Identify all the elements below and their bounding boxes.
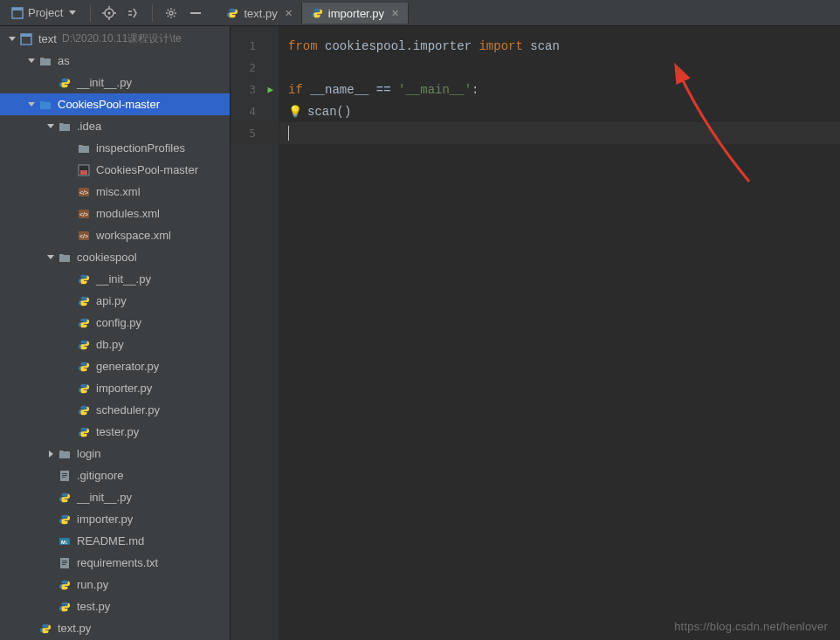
tree-item[interactable]: __init__.py bbox=[0, 72, 230, 93]
chevron-icon[interactable] bbox=[26, 58, 37, 63]
py-icon bbox=[77, 294, 91, 308]
tree-item-label: .gitignore bbox=[77, 469, 123, 482]
code-line[interactable] bbox=[279, 57, 840, 79]
tree-item-label: text bbox=[38, 32, 57, 45]
tree-item-label: generator.py bbox=[96, 360, 159, 373]
svg-rect-28 bbox=[62, 562, 67, 563]
code-line[interactable]: 💡scan() bbox=[279, 100, 840, 122]
tree-item-label: .idea bbox=[77, 120, 101, 133]
tree-item[interactable]: importer.py bbox=[0, 508, 230, 530]
folder-icon bbox=[58, 447, 72, 461]
svg-rect-29 bbox=[62, 564, 65, 565]
project-icon bbox=[19, 32, 33, 46]
chevron-icon[interactable] bbox=[7, 37, 17, 41]
tab-text-py[interactable]: text.py ✕ bbox=[217, 3, 301, 24]
svg-rect-21 bbox=[62, 473, 67, 474]
tree-item[interactable]: .idea bbox=[0, 115, 230, 137]
md-icon: M↓ bbox=[58, 534, 72, 548]
tree-item-label: login bbox=[77, 447, 100, 460]
tree-item-label: test.py bbox=[77, 600, 110, 613]
lightbulb-icon[interactable]: 💡 bbox=[288, 105, 302, 119]
tree-item-path: D:\2020.10.11课程设计\te bbox=[62, 31, 182, 46]
py-icon bbox=[77, 425, 91, 439]
tree-item[interactable]: </>misc.xml bbox=[0, 181, 230, 203]
tab-label: importer.py bbox=[328, 7, 384, 20]
svg-point-8 bbox=[169, 11, 173, 15]
tree-item[interactable]: login bbox=[0, 443, 230, 465]
tree-item[interactable]: </>modules.xml bbox=[0, 203, 230, 224]
code-area[interactable]: from cookiespool.importer import scanif … bbox=[279, 26, 840, 640]
close-icon[interactable]: ✕ bbox=[285, 8, 293, 19]
tree-item-label: cookiespool bbox=[77, 251, 137, 264]
project-tool-button[interactable]: Project bbox=[3, 3, 83, 23]
gutter-line: 1 bbox=[231, 35, 279, 57]
close-icon[interactable]: ✕ bbox=[391, 8, 399, 19]
project-tree[interactable]: textD:\2020.10.11课程设计\teas__init__.pyCoo… bbox=[0, 26, 231, 640]
xml-icon: </> bbox=[77, 185, 91, 199]
hide-icon[interactable] bbox=[184, 2, 207, 24]
tree-item[interactable]: CookiesPool-master bbox=[0, 93, 230, 115]
python-file-icon bbox=[226, 7, 238, 19]
code-token: scan bbox=[530, 39, 560, 53]
tree-item[interactable]: tester.py bbox=[0, 421, 230, 443]
toolbar: Project text.py ✕ importer.py ✕ bbox=[0, 0, 840, 26]
tree-item[interactable]: __init__.py bbox=[0, 486, 230, 508]
code-line[interactable]: if __name__ == '__main__': bbox=[279, 79, 840, 100]
tree-item[interactable]: textD:\2020.10.11课程设计\te bbox=[0, 28, 230, 50]
gutter-line: 5 bbox=[231, 122, 279, 144]
tree-item[interactable]: </>workspace.xml bbox=[0, 224, 230, 246]
tree-item-label: run.py bbox=[77, 578, 108, 591]
run-icon[interactable]: ▶ bbox=[267, 84, 273, 95]
tree-item[interactable]: inspectionProfiles bbox=[0, 137, 230, 159]
svg-rect-27 bbox=[62, 561, 67, 561]
svg-text:</>: </> bbox=[79, 211, 88, 217]
expand-all-icon[interactable] bbox=[122, 2, 145, 24]
code-token: __name__ == bbox=[310, 83, 398, 97]
tree-item[interactable]: importer.py bbox=[0, 377, 230, 399]
svg-text:M↓: M↓ bbox=[61, 539, 68, 544]
tree-item[interactable]: config.py bbox=[0, 312, 230, 334]
tree-item[interactable]: run.py bbox=[0, 574, 230, 595]
code-line[interactable]: from cookiespool.importer import scan bbox=[279, 35, 840, 57]
code-token: scan() bbox=[307, 105, 351, 119]
tree-item-label: api.py bbox=[96, 294, 127, 307]
chevron-icon[interactable] bbox=[45, 255, 56, 259]
tree-item[interactable]: db.py bbox=[0, 334, 230, 355]
gear-icon[interactable] bbox=[160, 2, 182, 24]
folder-icon bbox=[58, 120, 72, 134]
py-icon bbox=[58, 578, 72, 592]
tree-item[interactable]: test.py bbox=[0, 595, 230, 617]
py-icon bbox=[77, 403, 91, 417]
tree-item[interactable]: text.py bbox=[0, 617, 230, 639]
tree-item[interactable]: scheduler.py bbox=[0, 399, 230, 421]
main: textD:\2020.10.11课程设计\teas__init__.pyCoo… bbox=[0, 26, 840, 640]
svg-rect-11 bbox=[21, 34, 31, 37]
code-editor[interactable]: 123▶45 from cookiespool.importer import … bbox=[231, 26, 840, 640]
code-token: if bbox=[288, 83, 310, 97]
tree-item[interactable]: generator.py bbox=[0, 355, 230, 377]
tree-item[interactable]: M↓README.md bbox=[0, 530, 230, 552]
tree-item-label: misc.xml bbox=[96, 185, 141, 198]
tree-item-label: tester.py bbox=[96, 425, 139, 438]
tree-item[interactable]: requirements.txt bbox=[0, 552, 230, 574]
code-line[interactable] bbox=[279, 122, 840, 144]
chevron-icon[interactable] bbox=[45, 451, 56, 458]
xml-icon: </> bbox=[77, 229, 91, 243]
tree-item[interactable]: .gitignore bbox=[0, 465, 230, 486]
tab-label: text.py bbox=[244, 7, 277, 20]
tree-item[interactable]: as bbox=[0, 50, 230, 72]
tree-item-label: CookiesPool-master bbox=[96, 163, 198, 176]
tree-item[interactable]: CookiesPool-master bbox=[0, 159, 230, 181]
locate-icon[interactable] bbox=[98, 2, 120, 24]
tree-item[interactable]: cookiespool bbox=[0, 246, 230, 268]
tab-importer-py[interactable]: importer.py ✕ bbox=[302, 3, 409, 24]
project-icon bbox=[10, 6, 24, 20]
tree-item[interactable]: api.py bbox=[0, 290, 230, 312]
chevron-icon[interactable] bbox=[45, 124, 56, 128]
tree-item[interactable]: __init__.py bbox=[0, 268, 230, 290]
chevron-icon[interactable] bbox=[26, 102, 37, 107]
project-tool-label: Project bbox=[28, 6, 63, 19]
py-icon bbox=[58, 513, 72, 526]
code-token: cookiespool.importer bbox=[325, 39, 479, 53]
tree-item-label: as bbox=[58, 54, 70, 67]
